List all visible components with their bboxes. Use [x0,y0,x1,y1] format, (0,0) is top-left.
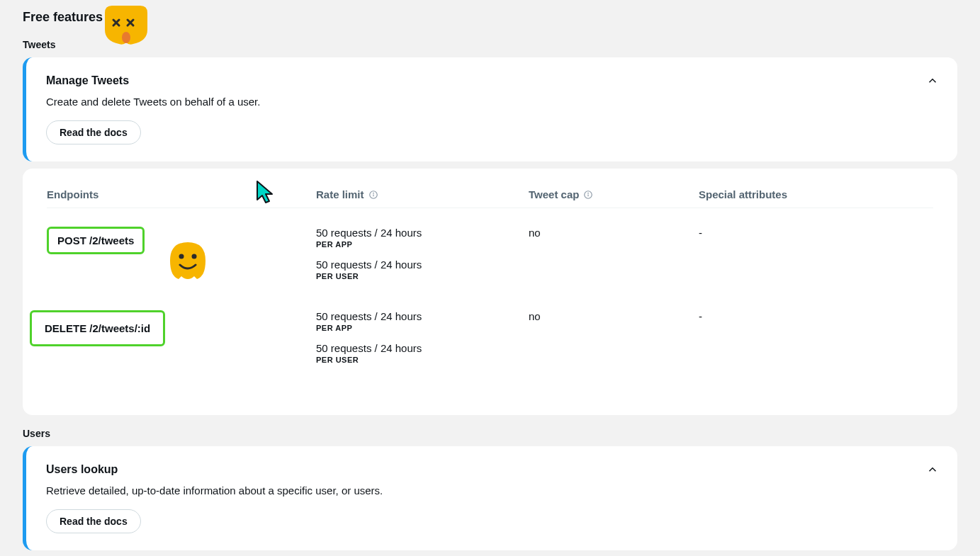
special-cell: - [699,227,933,239]
rate-limit-group: 50 requests / 24 hours PER APP [316,227,529,249]
rate-limit-line: 50 requests / 24 hours [316,310,529,322]
collapse-toggle[interactable] [926,74,939,90]
users-lookup-card: Users lookup Retrieve detailed, up-to-da… [23,446,957,550]
chevron-up-icon [926,466,939,478]
rate-limit-group: 50 requests / 24 hours PER USER [316,342,529,364]
endpoint-cell: POST /2/tweets [47,227,316,254]
card-description-users-lookup: Retrieve detailed, up-to-date informatio… [46,484,937,497]
collapse-toggle[interactable] [926,463,939,479]
rate-limit-sub: PER USER [316,356,529,364]
rate-limit-line: 50 requests / 24 hours [316,342,529,354]
rate-limit-group: 50 requests / 24 hours PER APP [316,310,529,332]
th-endpoints-label: Endpoints [47,188,98,200]
card-title-manage-tweets: Manage Tweets [46,74,937,87]
th-tweet-cap-label: Tweet cap [529,188,579,200]
info-icon[interactable] [583,190,593,200]
table-header-row: Endpoints Rate limit Tweet cap Special a… [47,188,933,208]
th-rate-limit-label: Rate limit [316,188,364,200]
page-title: Free features [23,10,957,25]
table-row: DELETE /2/tweets/:id 50 requests / 24 ho… [47,305,933,388]
special-cell: - [699,310,933,322]
tweet-cap-cell: no [529,310,699,322]
rate-limit-cell: 50 requests / 24 hours PER APP 50 reques… [316,227,529,280]
rate-limit-line: 50 requests / 24 hours [316,259,529,271]
th-endpoints: Endpoints [47,188,316,200]
endpoint-delete-tweets[interactable]: DELETE /2/tweets/:id [30,310,165,346]
rate-limit-sub: PER APP [316,240,529,249]
manage-tweets-card: Manage Tweets Create and delete Tweets o… [23,57,957,161]
section-label-tweets: Tweets [23,39,957,50]
endpoint-post-tweets[interactable]: POST /2/tweets [47,227,145,254]
card-description-manage-tweets: Create and delete Tweets on behalf of a … [46,96,937,108]
th-tweet-cap: Tweet cap [529,188,699,200]
svg-point-2 [373,193,373,193]
th-special: Special attributes [699,188,933,200]
rate-limit-group: 50 requests / 24 hours PER USER [316,259,529,280]
read-docs-button[interactable]: Read the docs [46,120,141,144]
endpoints-table: Endpoints Rate limit Tweet cap Special a… [47,188,933,388]
info-icon[interactable] [368,190,378,200]
endpoint-cell: DELETE /2/tweets/:id [30,310,316,346]
read-docs-button[interactable]: Read the docs [46,509,141,533]
svg-point-5 [588,193,589,193]
rate-limit-sub: PER APP [316,324,529,332]
tweet-cap-cell: no [529,227,699,239]
card-title-users-lookup: Users lookup [46,463,937,476]
page-container: Free features Tweets Manage Tweets Creat… [0,0,980,550]
rate-limit-line: 50 requests / 24 hours [316,227,529,239]
chevron-up-icon [926,77,939,89]
rate-limit-sub: PER USER [316,272,529,280]
endpoints-table-card: Endpoints Rate limit Tweet cap Special a… [23,169,957,415]
section-label-users: Users [23,428,957,439]
table-row: POST /2/tweets 50 requests / 24 hours PE… [47,221,933,305]
th-special-label: Special attributes [699,188,787,200]
rate-limit-cell: 50 requests / 24 hours PER APP 50 reques… [316,310,529,364]
th-rate-limit: Rate limit [316,188,529,200]
